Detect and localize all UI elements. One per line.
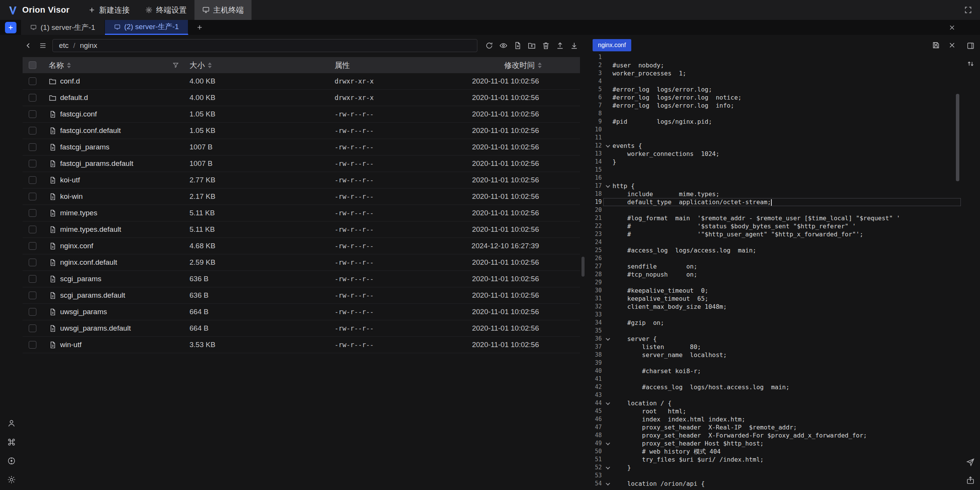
delete-trash-icon[interactable]	[540, 40, 552, 51]
table-row[interactable]: fastcgi_params 1007 B -rw-r--r-- 2020-11…	[23, 139, 580, 156]
fold-chevron-icon[interactable]	[606, 481, 610, 485]
close-editor-icon[interactable]	[948, 41, 956, 49]
table-row[interactable]: nginx.conf.default 2.59 KB -rw-r--r-- 20…	[23, 254, 580, 271]
code-line[interactable]: 54 location /orion/api {	[590, 480, 961, 488]
transfer-list-icon[interactable]	[965, 58, 976, 69]
row-checkbox[interactable]	[29, 308, 36, 316]
code-line[interactable]: 16	[590, 174, 961, 182]
code-line[interactable]: 33	[590, 311, 961, 319]
breadcrumb-segment[interactable]: nginx	[80, 41, 97, 50]
row-checkbox[interactable]	[29, 226, 36, 233]
close-panel-icon[interactable]	[946, 22, 958, 33]
row-checkbox[interactable]	[29, 176, 36, 184]
fullscreen-icon[interactable]	[962, 4, 974, 16]
code-line[interactable]: 40 #charset koi8-r;	[590, 367, 961, 375]
code-line[interactable]: 20	[590, 206, 961, 214]
row-checkbox[interactable]	[29, 143, 36, 151]
code-line[interactable]: 31 keepalive_timeout 65;	[590, 295, 961, 303]
panel-layout-icon[interactable]	[965, 40, 976, 51]
code-line[interactable]: 12 events {	[590, 142, 961, 150]
tab-server-2[interactable]: (2) server-生产-1	[105, 20, 189, 35]
table-row[interactable]: uwsgi_params 664 B -rw-r--r-- 2020-11-01…	[23, 304, 580, 320]
table-row[interactable]: conf.d 4.00 KB drwxr-xr-x 2020-11-01 10:…	[23, 73, 580, 90]
code-line[interactable]: 45 root html;	[590, 407, 961, 415]
code-line[interactable]: 43	[590, 391, 961, 399]
fold-chevron-icon[interactable]	[606, 143, 610, 147]
row-checkbox[interactable]	[29, 160, 36, 167]
table-row[interactable]: fastcgi_params.default 1007 B -rw-r--r--…	[23, 156, 580, 172]
table-row[interactable]: mime.types.default 5.11 KB -rw-r--r-- 20…	[23, 221, 580, 238]
table-row[interactable]: mime.types 5.11 KB -rw-r--r-- 2020-11-01…	[23, 205, 580, 221]
code-line[interactable]: 51 try_files $uri $uri/ /index.html;	[590, 456, 961, 464]
tab-server-1[interactable]: (1) server-生产-1	[21, 20, 105, 35]
file-name[interactable]: mime.types	[60, 209, 97, 217]
code-line[interactable]: 47 proxy_set_header X-Real-IP $remote_ad…	[590, 423, 961, 431]
code-line[interactable]: 14 }	[590, 158, 961, 166]
code-line[interactable]: 24	[590, 238, 961, 246]
sort-name-icon[interactable]	[67, 62, 71, 68]
code-line[interactable]: 41	[590, 375, 961, 383]
table-row[interactable]: fastcgi.conf.default 1.05 KB -rw-r--r-- …	[23, 123, 580, 139]
file-name[interactable]: koi-win	[60, 192, 83, 201]
table-row[interactable]: default.d 4.00 KB drwxr-xr-x 2020-11-01 …	[23, 90, 580, 106]
table-row[interactable]: koi-utf 2.77 KB -rw-r--r-- 2020-11-01 10…	[23, 172, 580, 188]
row-checkbox[interactable]	[29, 94, 36, 102]
table-row[interactable]: fastcgi.conf 1.05 KB -rw-r--r-- 2020-11-…	[23, 106, 580, 123]
menu-item-host-terminal[interactable]: 主机终端	[194, 0, 252, 20]
row-checkbox[interactable]	[29, 242, 36, 250]
code-line[interactable]: 28 #tcp_nopush on;	[590, 270, 961, 279]
code-line[interactable]: 11	[590, 134, 961, 142]
file-name[interactable]: conf.d	[60, 77, 80, 85]
code-line[interactable]: 7 #error_log logs/error.log info;	[590, 102, 961, 110]
row-checkbox[interactable]	[29, 324, 36, 332]
code-line[interactable]: 34 #gzip on;	[590, 319, 961, 327]
table-row[interactable]: scgi_params 636 B -rw-r--r-- 2020-11-01 …	[23, 271, 580, 287]
code-line[interactable]: 25 #access_log logs/access.log main;	[590, 246, 961, 254]
code-line[interactable]: 53	[590, 472, 961, 480]
new-folder-icon[interactable]	[526, 40, 537, 51]
file-name[interactable]: scgi_params	[60, 275, 101, 283]
fold-chevron-icon[interactable]	[606, 465, 610, 469]
show-hidden-eye-icon[interactable]	[498, 40, 509, 51]
menu-item-new-connection[interactable]: 新建连接	[80, 0, 137, 20]
fold-chevron-icon[interactable]	[606, 336, 610, 340]
code-line[interactable]: 15	[590, 166, 961, 174]
code-line[interactable]: 32 client_max_body_size 1048m;	[590, 303, 961, 311]
code-line[interactable]: 52 }	[590, 464, 961, 472]
code-line[interactable]: 35	[590, 327, 961, 335]
code-line[interactable]: 22 # '$status $body_bytes_sent "$http_re…	[590, 222, 961, 230]
menu-item-terminal-settings[interactable]: 终端设置	[137, 0, 194, 20]
file-name[interactable]: fastcgi.conf	[60, 110, 97, 118]
fold-chevron-icon[interactable]	[606, 400, 610, 405]
code-line[interactable]: 3 worker_processes 1;	[590, 69, 961, 77]
file-name[interactable]: fastcgi_params.default	[60, 159, 133, 168]
new-file-icon[interactable]	[512, 40, 523, 51]
new-terminal-button[interactable]	[5, 22, 16, 33]
row-checkbox[interactable]	[29, 209, 36, 217]
code-line[interactable]: 46 index index.html index.htm;	[590, 415, 961, 423]
row-checkbox[interactable]	[29, 341, 36, 349]
fold-chevron-icon[interactable]	[606, 441, 610, 445]
file-name[interactable]: fastcgi.conf.default	[60, 126, 121, 135]
command-shortcuts-icon[interactable]	[6, 436, 17, 448]
code-line[interactable]: 50 # web history 模式 404	[590, 447, 961, 456]
code-line[interactable]: 48 proxy_set_header X-Forwarded-For $pro…	[590, 431, 961, 439]
code-line[interactable]: 39	[590, 359, 961, 367]
file-name[interactable]: mime.types.default	[60, 225, 121, 234]
row-checkbox[interactable]	[29, 110, 36, 118]
user-icon[interactable]	[6, 418, 17, 429]
code-line[interactable]: 8	[590, 110, 961, 118]
code-line[interactable]: 49 proxy_set_header Host $http_host;	[590, 439, 961, 447]
file-name[interactable]: nginx.conf.default	[60, 258, 117, 267]
code-line[interactable]: 9 #pid logs/nginx.pid;	[590, 118, 961, 126]
file-name[interactable]: koi-utf	[60, 176, 80, 184]
sftp-upload-box-icon[interactable]	[965, 475, 976, 486]
code-line[interactable]: 6 #error_log logs/error.log notice;	[590, 93, 961, 102]
table-row[interactable]: uwsgi_params.default 664 B -rw-r--r-- 20…	[23, 320, 580, 337]
row-checkbox[interactable]	[29, 292, 36, 299]
file-name[interactable]: uwsgi_params.default	[60, 324, 131, 333]
column-header-size[interactable]: 大小	[189, 60, 205, 70]
code-line[interactable]: 44 location / {	[590, 399, 961, 407]
code-line[interactable]: 2 #user nobody;	[590, 61, 961, 69]
code-line[interactable]: 30 #keepalive_timeout 0;	[590, 287, 961, 295]
